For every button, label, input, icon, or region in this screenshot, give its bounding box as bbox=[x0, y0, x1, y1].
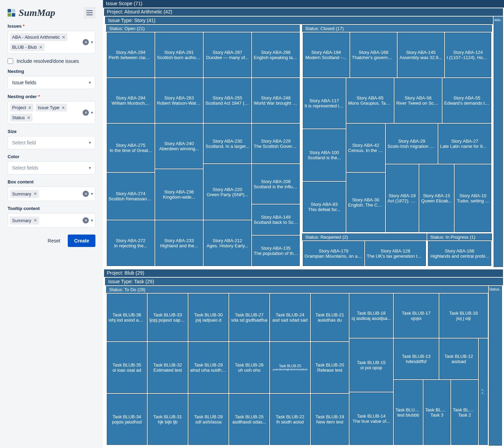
treemap-tile[interactable]: Story ABA-284William Murdoch,... bbox=[107, 78, 155, 123]
close-icon[interactable]: ✕ bbox=[34, 191, 37, 196]
treemap-tile[interactable]: Story ABA-255Scotland Act 1947 (later... bbox=[204, 78, 251, 123]
treemap-tile[interactable]: Task BLUB-19New item test bbox=[311, 394, 349, 445]
treemap-tile[interactable]: Story ABA-83This defeat for... bbox=[303, 182, 346, 232]
treemap-tile[interactable]: Story ABA-230Scotland. In a larger... bbox=[204, 124, 251, 163]
chevron-down-icon[interactable]: ▾ bbox=[91, 40, 93, 45]
status-strip[interactable]: Status... bbox=[489, 286, 502, 446]
treemap-tile[interactable]: Story ABA-15Queen Elizab... bbox=[419, 164, 454, 232]
treemap-tile[interactable]: Task BLUB-33ljopj pojasd sapdsjd bbox=[148, 294, 188, 341]
size-select[interactable]: Select field ▾ bbox=[8, 136, 95, 149]
include-resolved-checkbox[interactable] bbox=[8, 58, 13, 64]
treemap-tile[interactable]: Story ABA-100Scotland is the... bbox=[303, 129, 346, 181]
treemap-tile[interactable]: Story ABA-179Grampian Mountains, on a L.… bbox=[303, 241, 364, 266]
treemap-tile[interactable]: Story ABA-240Aberdeen winning... bbox=[155, 124, 203, 169]
treemap-tile[interactable]: Task BLUB-25yoasdasddajkdasbdusadksa bbox=[270, 342, 310, 393]
issues-tagbox[interactable]: ABA - Absurd Arithmetic✕ BLUB - Blub✕ ✕ … bbox=[8, 31, 95, 54]
treemap-tile[interactable]: Task BLUB-24asd sad sdad sad bbox=[270, 294, 310, 341]
chevron-down-icon[interactable]: ▾ bbox=[91, 110, 93, 115]
close-icon[interactable]: ✕ bbox=[34, 218, 37, 223]
treemap-tile[interactable]: Story ABA-287Dundee — many of... bbox=[204, 32, 251, 77]
chevron-down-icon[interactable]: ▾ bbox=[91, 218, 93, 223]
nesting-select[interactable]: Issue fields ▾ bbox=[8, 76, 95, 89]
treemap-tile[interactable]: Task BLUB-4test blubbb bbox=[394, 380, 423, 445]
issue-tag: BLUB - Blub✕ bbox=[10, 43, 45, 51]
treemap-tile[interactable]: Task BLUB-36iohj iod asiod aohd bbox=[107, 294, 147, 341]
close-icon[interactable]: ✕ bbox=[28, 105, 31, 110]
treemap-tile[interactable]: Story ABA-56River Tweed on Scott... bbox=[394, 78, 442, 123]
treemap-tile[interactable]: Task BLUB-17ojojoi bbox=[394, 294, 439, 338]
treemap-tile[interactable]: Task BLUB-21auisdhas du bbox=[311, 294, 349, 341]
treemap-tile[interactable]: Story ABA-263Robert Watson-Watt,... bbox=[155, 78, 203, 123]
issuetype-strip[interactable]: Issu... bbox=[494, 17, 503, 267]
reset-button[interactable]: Reset bbox=[44, 235, 64, 247]
treemap-tile[interactable]: Story ABA-212Ages. History Early... bbox=[204, 220, 251, 266]
treemap-tile[interactable]: Story ABA-275In the time of Great... bbox=[107, 124, 155, 172]
treemap-tile[interactable]: Task BLUB-14The true value of... bbox=[349, 392, 393, 445]
treemap-tile[interactable]: Story ABA-27Late Latin name for 9%... bbox=[438, 124, 491, 164]
color-select[interactable]: Select fields ▾ bbox=[8, 161, 95, 174]
treemap-tile[interactable]: Story ABA-168Thatcher's governm... bbox=[350, 32, 397, 77]
chevron-down-icon[interactable]: ▾ bbox=[91, 191, 93, 196]
treemap-tile[interactable]: Task BLUB-22lh siodh aoisd bbox=[270, 394, 310, 445]
box-content-tagbox[interactable]: Summary✕ ✕ ▾ bbox=[8, 187, 95, 201]
treemap-tile[interactable]: Task BLUB-27sda sd gsdfsadfsa bbox=[229, 294, 269, 341]
treemap-tile[interactable]: Task BLUB-29ahsd uiha suidhs a bbox=[188, 342, 228, 393]
tooltip-content-tagbox[interactable]: Summary✕ ✕ ▾ bbox=[8, 213, 95, 228]
treemap-tile[interactable]: Story ABA-145Assembly was 32.9... bbox=[398, 32, 444, 77]
treemap-tile[interactable]: Task BLUB-18oj asdioaj asodjsa... bbox=[349, 294, 393, 338]
treemap-tile[interactable]: Story ABA-294Perth between claima... bbox=[107, 32, 155, 77]
treemap-tile[interactable]: Task BLUB-35oi ioas osai ad bbox=[107, 342, 147, 393]
treemap-tile[interactable]: Task BLUB-32Estimated test bbox=[148, 342, 188, 393]
treemap-tile[interactable]: Story ABA-208Scotland is the influx of..… bbox=[252, 164, 300, 204]
treemap-tile[interactable]: Task BLUB-30joij iadjsaio d bbox=[188, 294, 228, 341]
treemap-tile[interactable]: T...T... bbox=[479, 339, 488, 445]
treemap-tile[interactable]: Story ABA-272In rejecting the... bbox=[107, 220, 155, 266]
treemap-tile[interactable]: Story ABA-10Tudor, setting ... bbox=[455, 164, 491, 232]
treemap-tile[interactable]: Task BLUB-16jioj j oiji bbox=[439, 294, 488, 338]
treemap-tile[interactable]: Story ABA-220Green Party (SNP)... bbox=[204, 164, 251, 220]
clear-all-button[interactable]: ✕ bbox=[83, 217, 89, 223]
treemap-tile[interactable]: Task BLUB-31hjk bijb ljb bbox=[148, 394, 188, 445]
treemap-tile[interactable]: Story ABA-42Census. In the 1... bbox=[346, 124, 385, 172]
treemap-tile[interactable]: Task BLUB-3Task 3 bbox=[423, 380, 450, 445]
treemap-tile[interactable]: Story ABA-124I (1107–1124). Howev... bbox=[445, 32, 491, 77]
treemap-tile[interactable]: Task BLUB-13hdesddffsf bbox=[394, 339, 439, 379]
project-header: Project: Blub (29) bbox=[104, 269, 503, 277]
close-icon[interactable]: ✕ bbox=[39, 45, 43, 50]
clear-all-button[interactable]: ✕ bbox=[83, 191, 89, 197]
treemap-tile[interactable]: Story ABA-291Scottish-born authors... bbox=[155, 32, 203, 77]
treemap-tile[interactable]: Story ABA-135The population of the west … bbox=[252, 236, 300, 266]
treemap-tile[interactable]: Task BLUB-20Release test bbox=[311, 342, 349, 393]
treemap-tile[interactable]: Story ABA-233Highland and the... bbox=[155, 220, 203, 266]
create-button[interactable]: Create bbox=[68, 235, 95, 247]
treemap-tile[interactable]: Story ABA-128The UK's tax generation the… bbox=[365, 241, 426, 266]
close-icon[interactable]: ✕ bbox=[62, 105, 65, 110]
treemap-tile[interactable]: Story ABA-117It is represented in... bbox=[303, 78, 346, 128]
treemap-tile[interactable]: Story ABA-55Edward's demands to... bbox=[442, 78, 491, 123]
treemap-tile[interactable]: Task BLUB-28sdf asfsfassa bbox=[188, 394, 228, 445]
treemap-tile[interactable]: Story ABA-29Scots-Irish migration or... bbox=[386, 124, 438, 164]
treemap-tile[interactable]: Task BLUB-15oi poi opop bbox=[349, 339, 393, 392]
treemap-tile[interactable]: Task BLUB-26uh uoh oho bbox=[229, 342, 269, 393]
treemap-tile[interactable]: Story ABA-286English-speaking land... bbox=[252, 32, 300, 77]
treemap-tile[interactable]: Task BLUB-25asdlhasdi odas... bbox=[229, 394, 269, 445]
treemap-tile[interactable]: Story ABA-229The Scottish Governm... bbox=[252, 124, 300, 163]
treemap-tile[interactable]: Story ABA-166Highlands and central probl… bbox=[428, 241, 491, 266]
close-icon[interactable]: ✕ bbox=[27, 115, 30, 120]
treemap-tile[interactable]: Story ABA-194Modern Scotland –... bbox=[303, 32, 349, 77]
clear-all-button[interactable]: ✕ bbox=[83, 109, 89, 116]
treemap-tile[interactable]: Story ABA-65Mons Graupius. Taci... bbox=[346, 78, 394, 123]
treemap-tile[interactable]: Task BLUB-2Task 2 bbox=[451, 380, 478, 445]
close-icon[interactable]: ✕ bbox=[62, 35, 65, 40]
treemap-tile[interactable]: Story ABA-19Act (1872). The... bbox=[386, 164, 419, 232]
treemap-tile[interactable]: Story ABA-149Scotland back to Scotland..… bbox=[252, 204, 300, 235]
treemap-tile[interactable]: Task BLUB-12asdsad bbox=[439, 339, 478, 379]
treemap-tile[interactable]: Task BLUB-34pojois jaiodhsd bbox=[107, 394, 147, 445]
sidebar-collapse-button[interactable] bbox=[84, 7, 95, 19]
treemap-tile[interactable]: Story ABA-248World War brought to... bbox=[252, 78, 300, 123]
treemap-tile[interactable]: Story ABA-274Scottish Renaissance... bbox=[107, 173, 155, 220]
clear-all-button[interactable]: ✕ bbox=[83, 39, 89, 45]
treemap-tile[interactable]: Story ABA-30English. The Chu... bbox=[346, 173, 385, 232]
treemap-tile[interactable]: Story ABA-236Kingdom-wide... bbox=[155, 169, 203, 220]
nesting-order-tagbox[interactable]: Project✕ Issue Type✕ Status✕ ✕ ▾ bbox=[8, 101, 95, 124]
